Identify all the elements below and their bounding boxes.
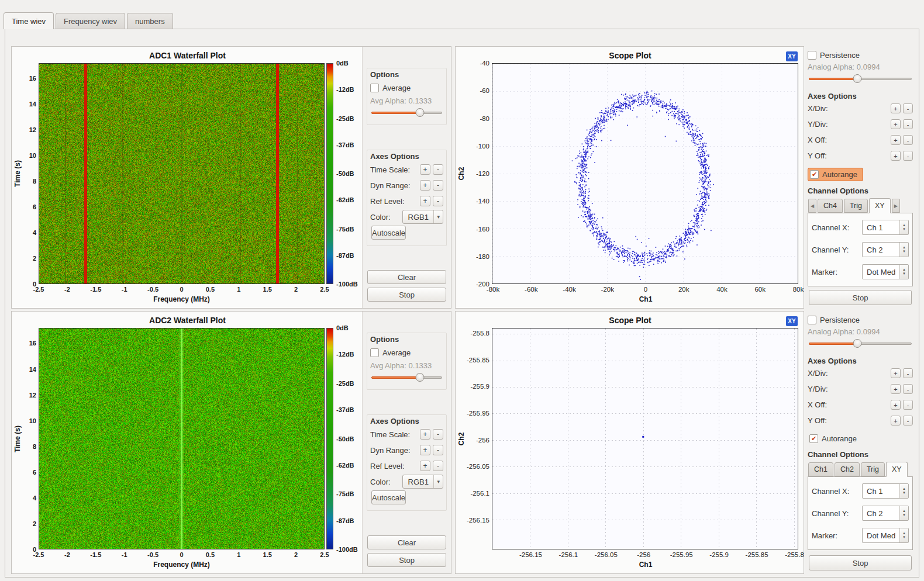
colorbar-tick-label: 0dB bbox=[336, 60, 349, 67]
tab-scroll-right-icon[interactable]: ▶ bbox=[892, 199, 900, 213]
y-off-increase-button[interactable]: + bbox=[891, 416, 901, 426]
tab-ch1[interactable]: Ch1 bbox=[808, 462, 833, 476]
tab-frequency-view[interactable]: Frequency wiev bbox=[56, 13, 125, 29]
spinner-arrows-icon[interactable]: ▲▼ bbox=[899, 506, 908, 520]
channel-x-select[interactable]: Ch 1 ▲▼ bbox=[862, 220, 909, 235]
y-axis-ticks: -255.8-255.85-255.9-255.95-256-256.05-25… bbox=[466, 328, 492, 549]
x-off-increase-button[interactable]: + bbox=[891, 400, 901, 410]
x-off-row: X Off: + - bbox=[808, 133, 913, 147]
ref-level-decrease-button[interactable]: - bbox=[433, 461, 443, 471]
time-scale-decrease-button[interactable]: - bbox=[433, 164, 443, 175]
spinner-arrows-icon[interactable]: ▲▼ bbox=[899, 528, 908, 542]
clear-button[interactable]: Clear bbox=[367, 270, 446, 284]
average-checkbox[interactable]: Average bbox=[370, 84, 411, 92]
y-tick-label: -256.05 bbox=[467, 463, 489, 470]
colorbar-tick-label: -87dB bbox=[336, 252, 354, 259]
y-tick-label: 8 bbox=[33, 443, 36, 450]
average-checkbox[interactable]: Average bbox=[370, 348, 411, 357]
persistence-checkbox[interactable]: Persistence bbox=[808, 316, 913, 324]
slider-handle[interactable] bbox=[853, 339, 861, 348]
options-group: Options Average Avg Alpha: 0.1333 bbox=[367, 68, 447, 125]
spinner-arrows-icon[interactable]: ▲▼ bbox=[899, 243, 908, 257]
avg-alpha-slider[interactable] bbox=[371, 372, 442, 383]
y-div-decrease-button[interactable]: - bbox=[903, 384, 913, 394]
tab-ch2[interactable]: Ch2 bbox=[835, 462, 860, 476]
color-select[interactable]: RGB1 ▾ bbox=[402, 210, 444, 224]
ref-level-increase-button[interactable]: + bbox=[420, 461, 430, 471]
time-scale-decrease-button[interactable]: - bbox=[433, 429, 443, 440]
y-div-decrease-button[interactable]: - bbox=[903, 119, 913, 129]
tab-numbers[interactable]: numbers bbox=[127, 13, 173, 29]
channel-tab-bar: ◀ Ch4 Trig XY ▶ bbox=[808, 197, 913, 213]
average-checkbox-label: Average bbox=[382, 84, 411, 92]
color-select[interactable]: RGB1 ▾ bbox=[402, 475, 444, 489]
channel-y-select[interactable]: Ch 2 ▲▼ bbox=[862, 506, 909, 521]
y-off-decrease-button[interactable]: - bbox=[903, 416, 913, 426]
adc1-waterfall-canvas[interactable] bbox=[39, 64, 324, 283]
stop-button[interactable]: Stop bbox=[809, 555, 912, 570]
tab-scroll-left-icon[interactable]: ◀ bbox=[808, 199, 816, 213]
scope1-xy-canvas[interactable] bbox=[492, 64, 798, 283]
clear-button[interactable]: Clear bbox=[367, 535, 446, 549]
x-div-increase-button[interactable]: + bbox=[891, 103, 901, 113]
avg-alpha-slider[interactable] bbox=[371, 108, 442, 118]
tab-trig[interactable]: Trig bbox=[844, 199, 868, 213]
x-div-decrease-button[interactable]: - bbox=[903, 368, 913, 378]
x-tick-label: -2.5 bbox=[33, 286, 44, 293]
y-off-decrease-button[interactable]: - bbox=[903, 151, 913, 161]
dyn-range-increase-button[interactable]: + bbox=[420, 180, 430, 191]
x-tick-label: 1.5 bbox=[263, 286, 272, 293]
tab-trig[interactable]: Trig bbox=[861, 462, 885, 476]
dyn-range-decrease-button[interactable]: - bbox=[433, 180, 443, 191]
tab-xy[interactable]: XY bbox=[869, 198, 891, 213]
channel-y-label: Channel Y: bbox=[812, 245, 862, 254]
y-div-increase-button[interactable]: + bbox=[891, 384, 901, 394]
autorange-checkbox[interactable]: ✔ Autorange bbox=[808, 168, 863, 181]
time-scale-increase-button[interactable]: + bbox=[420, 164, 430, 175]
marker-select[interactable]: Dot Med ▲▼ bbox=[862, 528, 909, 543]
stop-button[interactable]: Stop bbox=[367, 288, 446, 302]
persistence-checkbox[interactable]: Persistence bbox=[808, 51, 913, 60]
ref-level-decrease-button[interactable]: - bbox=[433, 196, 443, 206]
stop-button[interactable]: Stop bbox=[809, 290, 912, 305]
x-div-increase-button[interactable]: + bbox=[891, 368, 901, 378]
main-tab-bar: Time wiev Frequency wiev numbers bbox=[4, 12, 175, 29]
slider-handle[interactable] bbox=[416, 373, 425, 382]
spinner-arrows-icon[interactable]: ▲▼ bbox=[899, 265, 908, 279]
x-off-increase-button[interactable]: + bbox=[891, 135, 901, 145]
y-tick-label: 2 bbox=[33, 520, 36, 527]
spinner-arrows-icon[interactable]: ▲▼ bbox=[899, 484, 908, 498]
spinner-arrows-icon[interactable]: ▲▼ bbox=[899, 220, 908, 234]
autoscale-button[interactable]: Autoscale bbox=[371, 226, 406, 240]
y-div-increase-button[interactable]: + bbox=[891, 119, 901, 129]
autorange-checkbox[interactable]: ✔ Autorange bbox=[808, 433, 862, 445]
y-tick-label: 10 bbox=[29, 417, 36, 424]
ref-level-row: Ref Level: + - bbox=[370, 194, 443, 208]
channel-x-select[interactable]: Ch 1 ▲▼ bbox=[862, 483, 909, 499]
channel-y-select[interactable]: Ch 2 ▲▼ bbox=[862, 242, 909, 257]
adc1-options-panel: Options Average Avg Alpha: 0.1333 Axes O… bbox=[362, 47, 451, 308]
analog-alpha-slider[interactable] bbox=[809, 74, 912, 84]
y-off-increase-button[interactable]: + bbox=[891, 151, 901, 161]
stop-button[interactable]: Stop bbox=[367, 553, 446, 567]
checkbox-box: ✔ bbox=[809, 434, 818, 443]
tab-ch4[interactable]: Ch4 bbox=[818, 199, 843, 213]
analog-alpha-slider[interactable] bbox=[809, 338, 912, 349]
x-off-decrease-button[interactable]: - bbox=[903, 135, 913, 145]
slider-handle[interactable] bbox=[416, 108, 425, 117]
time-scale-increase-button[interactable]: + bbox=[420, 429, 430, 440]
x-off-decrease-button[interactable]: - bbox=[903, 400, 913, 410]
tab-xy[interactable]: XY bbox=[886, 462, 908, 477]
x-axis-ticks: -2.5-2-1.5-1-0.500.511.522.5 bbox=[39, 551, 325, 560]
autoscale-button[interactable]: Autoscale bbox=[371, 490, 406, 504]
ref-level-increase-button[interactable]: + bbox=[420, 196, 430, 206]
adc2-waterfall-canvas[interactable] bbox=[39, 328, 324, 549]
x-tick-label: 0 bbox=[180, 286, 183, 293]
x-div-decrease-button[interactable]: - bbox=[903, 103, 913, 113]
marker-select[interactable]: Dot Med ▲▼ bbox=[862, 264, 909, 279]
tab-time-view[interactable]: Time wiev bbox=[4, 12, 54, 29]
slider-handle[interactable] bbox=[853, 74, 861, 83]
scope2-xy-canvas[interactable] bbox=[492, 328, 798, 549]
dyn-range-increase-button[interactable]: + bbox=[420, 445, 430, 455]
dyn-range-decrease-button[interactable]: - bbox=[433, 445, 443, 455]
